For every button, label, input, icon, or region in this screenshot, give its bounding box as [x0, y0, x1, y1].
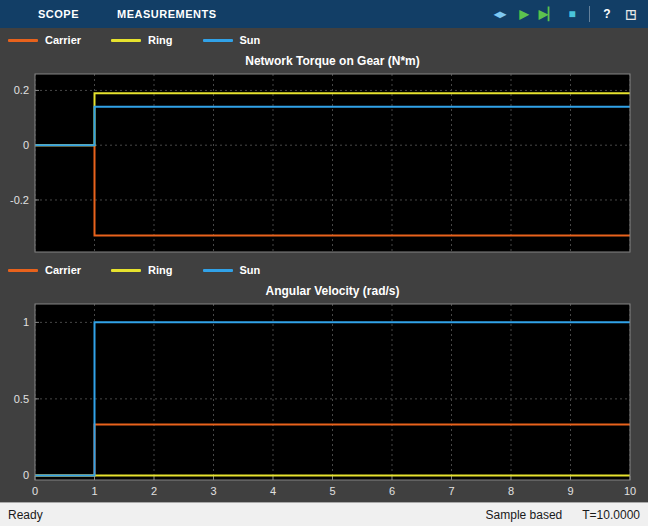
x-tick-label: 8 [508, 485, 514, 497]
x-tick-label: 3 [210, 485, 216, 497]
ring-line-sample [111, 269, 141, 272]
help-icon[interactable]: ? [596, 3, 618, 25]
sun-line-sample [203, 269, 233, 272]
tab-measurements[interactable]: MEASUREMENTS [105, 0, 229, 28]
y-tick-label: -0.2 [10, 194, 29, 206]
legend-label-ring: Ring [148, 34, 172, 46]
torque-plot-area[interactable]: 0.20-0.2 [0, 72, 648, 258]
run-icon[interactable]: ▶ [513, 3, 535, 25]
y-tick-label: 0 [23, 469, 29, 481]
legend-label-ring: Ring [148, 264, 172, 276]
status-sample-mode: Sample based [486, 508, 563, 522]
ring-line-sample [111, 39, 141, 42]
velocity-chart: Angular Velocity (rad/s) 10.500123456789… [0, 282, 648, 502]
toolstrip: SCOPE MEASUREMENTS ◂▸▶▶▏■?◳ [0, 0, 648, 28]
torque-chart-title: Network Torque on Gear (N*m) [0, 52, 648, 72]
legend-label-sun: Sun [240, 34, 261, 46]
x-tick-label: 9 [567, 485, 573, 497]
legend-item-ring[interactable]: Ring [111, 34, 172, 46]
status-bar: Ready Sample based T=10.0000 [0, 502, 648, 526]
x-tick-label: 0 [32, 485, 38, 497]
torque-chart: Network Torque on Gear (N*m) 0.20-0.2 [0, 52, 648, 258]
velocity-chart-title: Angular Velocity (rad/s) [0, 282, 648, 302]
legend-label-carrier: Carrier [45, 264, 81, 276]
legend-item-carrier[interactable]: Carrier [8, 34, 81, 46]
status-ready: Ready [8, 508, 43, 522]
x-tick-label: 5 [329, 485, 335, 497]
sun-line-sample [203, 39, 233, 42]
x-tick-label: 4 [270, 485, 276, 497]
legend-torque: Carrier Ring Sun [0, 28, 648, 52]
status-right-group: Sample based T=10.0000 [486, 508, 640, 522]
y-tick-label: 1 [23, 316, 29, 328]
x-tick-label: 2 [151, 485, 157, 497]
legend-label-sun: Sun [240, 264, 261, 276]
x-tick-label: 1 [91, 485, 97, 497]
x-tick-label: 10 [624, 485, 636, 497]
legend-velocity: Carrier Ring Sun [0, 258, 648, 282]
legend-item-ring[interactable]: Ring [111, 264, 172, 276]
y-tick-label: 0.2 [14, 84, 29, 96]
velocity-plot-area[interactable]: 10.50012345678910 [0, 302, 648, 502]
x-tick-label: 7 [448, 485, 454, 497]
status-sim-time: T=10.0000 [582, 508, 640, 522]
simulink-icon[interactable]: ◂▸ [489, 3, 511, 25]
tab-scope[interactable]: SCOPE [26, 0, 91, 28]
carrier-line-sample [8, 39, 38, 42]
carrier-line-sample [8, 269, 38, 272]
scope-window: SCOPE MEASUREMENTS ◂▸▶▶▏■?◳ Carrier Ring… [0, 0, 648, 526]
stop-icon[interactable]: ■ [561, 3, 583, 25]
x-tick-label: 6 [389, 485, 395, 497]
y-tick-label: 0.5 [14, 393, 29, 405]
y-tick-label: 0 [23, 139, 29, 151]
dock-icon[interactable]: ◳ [620, 3, 642, 25]
legend-item-carrier[interactable]: Carrier [8, 264, 81, 276]
step-forward-icon[interactable]: ▶▏ [537, 3, 559, 25]
toolbar-icon-group: ◂▸▶▶▏■?◳ [489, 0, 648, 28]
toolbar-separator [589, 6, 590, 22]
toolstrip-tabs: SCOPE MEASUREMENTS [0, 0, 243, 28]
legend-item-sun[interactable]: Sun [203, 264, 261, 276]
legend-label-carrier: Carrier [45, 34, 81, 46]
legend-item-sun[interactable]: Sun [203, 34, 261, 46]
